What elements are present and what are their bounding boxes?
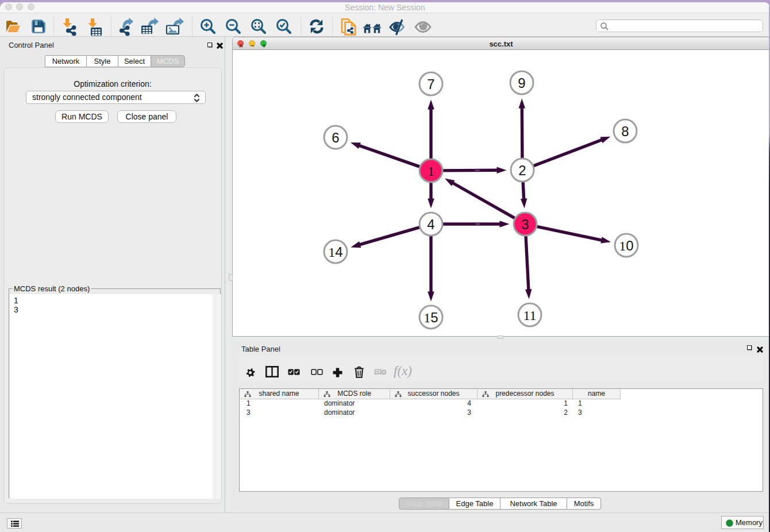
svg-text:3: 3: [521, 217, 529, 232]
svg-text:7: 7: [427, 76, 434, 92]
svg-text:4: 4: [427, 217, 434, 232]
svg-text:8: 8: [621, 124, 629, 139]
svg-text:15: 15: [424, 310, 438, 325]
svg-text:1: 1: [428, 164, 434, 179]
svg-text:2: 2: [518, 163, 526, 178]
svg-text:14: 14: [328, 244, 342, 260]
svg-text:6: 6: [332, 130, 339, 145]
svg-text:10: 10: [619, 238, 633, 253]
svg-text:11: 11: [523, 308, 536, 323]
svg-text:9: 9: [518, 75, 525, 91]
